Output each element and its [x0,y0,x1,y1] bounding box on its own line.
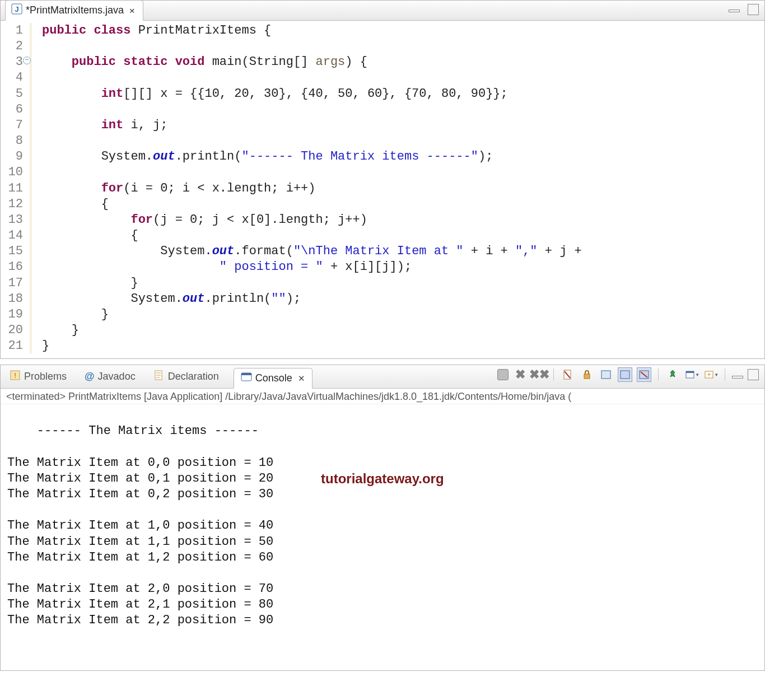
tab-label: Problems [24,371,67,382]
line-number: 6 [1,102,25,118]
javadoc-icon: @ [85,371,95,382]
svg-rect-9 [584,374,590,379]
maximize-view-icon[interactable] [748,369,759,380]
bottom-panel: ! Problems @ Javadoc Declaration Console… [0,365,765,671]
tab-console[interactable]: Console ✕ [234,368,312,389]
line-number: 20 [1,323,25,338]
remove-launch-icon[interactable]: ✖ [513,367,528,382]
show-stderr-icon[interactable] [637,367,651,382]
minimize-icon[interactable] [729,10,740,12]
svg-text:+: + [707,371,711,379]
window-controls [729,4,759,15]
show-stdout-icon[interactable] [618,367,632,382]
declaration-icon [153,370,165,384]
svg-rect-15 [686,371,694,373]
line-number: 2 [1,39,25,54]
remove-all-icon[interactable]: ✖✖ [532,367,547,382]
fold-toggle-icon[interactable]: − [23,57,31,64]
toolbar-separator [553,368,554,381]
scroll-lock-icon[interactable] [580,367,594,382]
tab-javadoc[interactable]: @ Javadoc [81,368,139,385]
editor-tabbar: J *PrintMatrixItems.java ✕ [1,1,764,21]
svg-rect-10 [601,371,610,379]
editor-body: 1 2 3 4 5 6 7 8 9 10 11 12 13 14 15 16 1… [1,21,764,358]
svg-text:J: J [15,5,18,13]
watermark-text: tutorialgateway.org [321,470,444,488]
svg-text:!: ! [14,371,16,380]
terminate-icon[interactable] [497,369,509,380]
line-number: 1 [1,23,25,39]
line-number: 5 [1,86,25,102]
tab-label: Console [255,372,292,384]
minimize-view-icon[interactable] [732,376,743,379]
console-icon [241,371,252,385]
tab-label: Javadoc [98,371,136,382]
line-number: 21 [1,338,25,354]
line-number: 4 [1,70,25,86]
tab-label: Declaration [168,371,219,382]
line-number: 16 [1,259,25,275]
console-toolbar: ✖ ✖✖ ▾ +▾ [497,367,759,382]
open-console-icon[interactable]: +▾ [703,367,718,382]
java-file-icon: J [11,3,22,17]
console-status-line: <terminated> PrintMatrixItems [Java Appl… [1,389,764,404]
line-number: 18 [1,291,25,307]
svg-rect-11 [621,371,629,379]
line-number: 8 [1,133,25,149]
tab-problems[interactable]: ! Problems [6,367,70,386]
console-text: ------ The Matrix items ------ The Matri… [7,424,273,627]
line-number: 11 [1,181,25,197]
line-number: 15 [1,244,25,259]
clear-console-icon[interactable] [561,367,575,382]
console-output[interactable]: ------ The Matrix items ------ The Matri… [1,404,764,670]
editor-tab-title: *PrintMatrixItems.java [26,4,124,16]
close-tab-icon[interactable]: ✕ [129,5,135,16]
line-number-gutter: 1 2 3 4 5 6 7 8 9 10 11 12 13 14 15 16 1… [1,23,32,354]
line-number: 7 [1,118,25,133]
line-number: 12 [1,197,25,212]
svg-rect-6 [241,373,251,375]
line-number: 10 [1,165,25,180]
editor-window: J *PrintMatrixItems.java ✕ 1 2 3 4 5 6 7… [0,0,765,359]
toolbar-separator [725,368,725,381]
line-number: 14 [1,228,25,244]
line-number: 3 [1,54,25,70]
toolbar-separator [658,368,659,381]
line-number: 17 [1,276,25,291]
line-number: 19 [1,307,25,323]
code-area[interactable]: public class PrintMatrixItems { public s… [32,23,764,354]
line-number: 13 [1,212,25,228]
editor-tab-active[interactable]: J *PrintMatrixItems.java ✕ [5,0,143,21]
display-selected-console-icon[interactable]: ▾ [684,367,699,382]
problems-icon: ! [10,370,21,384]
tab-declaration[interactable]: Declaration [150,367,222,386]
show-console-icon[interactable] [599,367,613,382]
views-tabbar: ! Problems @ Javadoc Declaration Console… [1,365,764,389]
close-tab-icon[interactable]: ✕ [298,374,305,384]
pin-console-icon[interactable] [665,367,680,382]
maximize-icon[interactable] [748,4,759,15]
line-number: 9 [1,149,25,165]
